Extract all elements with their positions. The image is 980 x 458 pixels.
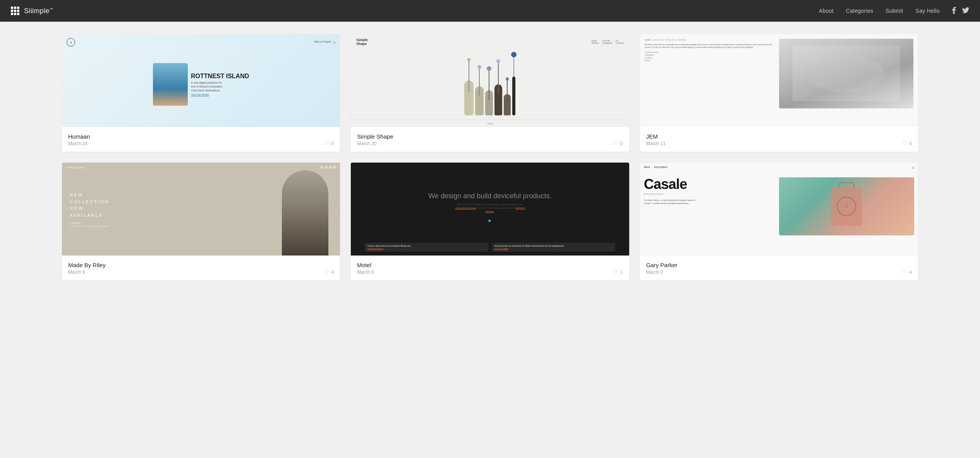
thumbnail-motel: We design and build deviceful products. … (351, 163, 629, 256)
mbr-next-arrow[interactable]: › (335, 206, 337, 212)
card-likes[interactable]: ♡ 4 (324, 269, 334, 275)
logo-dot (17, 10, 19, 12)
heart-icon: ♡ (324, 269, 329, 275)
card-date: March 9 (68, 269, 106, 275)
card-info-humaan: Humaan March 24 ♡ 0 (62, 127, 340, 152)
card-info-gary-parker: Gary Parker March 3 ♡ 4 (640, 256, 918, 280)
jem-image (779, 39, 913, 108)
card-meta: Gary Parker March 3 (646, 262, 678, 275)
portfolio-grid: ⊕ Start a Project ≡ ROTTNEST ISLAND A ne… (62, 34, 918, 280)
gp-logo-area: Casale Brand Identity Website I'm Garry … (644, 166, 779, 252)
gp-nav-links: Work Information (644, 166, 668, 170)
site-header: Siiimple™ About Categories Submit Say He… (0, 0, 980, 22)
logo-dot (11, 7, 13, 9)
card-likes[interactable]: ♡ 0 (613, 140, 623, 146)
logo-dot (14, 7, 16, 9)
mbr-shop: / SHOP / (70, 221, 109, 226)
likes-count: 4 (909, 141, 912, 146)
card-meta: Simple Shape March 20 (357, 133, 393, 146)
heart-icon: ♡ (613, 269, 618, 275)
card-meta: Made By Riley March 9 (68, 262, 106, 275)
card-date: March 24 (68, 141, 90, 146)
motel-subtext: We use a mix of design and engineering t… (455, 203, 525, 213)
thumbnail-simple-shape: Simple Shape ShopMakers JournalInstagram… (351, 34, 629, 127)
mbr-nav: ≡ made by riley (62, 166, 340, 169)
logo-dot (17, 7, 19, 9)
card-title: Gary Parker (646, 262, 678, 268)
mbr-prev-arrow[interactable]: ‹ (65, 206, 67, 212)
card-info-motel: Motel March 6 ♡ 1 (351, 256, 629, 280)
thumbnail-made-by-riley: ≡ made by riley NEW COLLECTION NOW AVAIL… (62, 163, 340, 256)
gp-image-area: ✦ (779, 166, 914, 252)
logo-dot (14, 10, 16, 12)
mbr-overlay-text: NEW COLLECTION NOW AVAILABLE / SHOP / (70, 192, 109, 226)
motel-popups: Curious about what we do exactly? We got… (365, 243, 615, 252)
gp-description: I'm Garry Parker, a multi-disciplinary d… (644, 199, 698, 205)
card-likes[interactable]: ♡ 1 (613, 269, 623, 275)
thumbnail-gary-parker: Work Information ≡ Casale Brand Identity… (640, 163, 918, 256)
thumbnail-humaan: ⊕ Start a Project ≡ ROTTNEST ISLAND A ne… (62, 34, 340, 127)
jem-left: J E M JEWELLERY ETHICALLY MINDED We beli… (645, 39, 779, 62)
card-motel[interactable]: We design and build deviceful products. … (351, 163, 629, 280)
humaan-logo: ⊕ (67, 38, 75, 46)
mbr-logo: ≡ made by riley (66, 166, 84, 169)
card-title: Humaan (68, 133, 90, 140)
card-humaan[interactable]: ⊕ Start a Project ≡ ROTTNEST ISLAND A ne… (62, 34, 340, 152)
card-title: JEM (646, 133, 666, 140)
ss-vases (464, 53, 515, 115)
popup2-link[interactable]: Look at it in detail: (494, 248, 612, 250)
twitter-icon[interactable] (962, 7, 969, 14)
likes-count: 0 (620, 141, 623, 146)
mbr-available: AVAILABLE (70, 212, 109, 219)
social-links (952, 7, 969, 15)
card-gary-parker[interactable]: Work Information ≡ Casale Brand Identity… (640, 163, 918, 280)
humaan-nav: ⊕ Start a Project ≡ (62, 38, 340, 46)
header-logo-area: Siiimple™ (11, 7, 53, 15)
card-title: Made By Riley (68, 262, 106, 268)
motel-headline: We design and build deviceful products. (429, 192, 552, 201)
card-simple-shape[interactable]: Simple Shape ShopMakers JournalInstagram… (351, 34, 629, 152)
nav-submit[interactable]: Submit (886, 8, 903, 14)
logo-dot (11, 10, 13, 12)
ss-bottom-bar: Shop (351, 120, 629, 127)
card-jem[interactable]: J E M JEWELLERY ETHICALLY MINDED We beli… (640, 34, 918, 152)
card-date: March 6 (357, 269, 374, 275)
nav-categories[interactable]: Categories (846, 8, 874, 14)
likes-count: 4 (331, 269, 334, 275)
nav-about[interactable]: About (819, 8, 834, 14)
card-meta: Motel March 6 (357, 262, 374, 275)
humaan-nav-links: Start a Project ≡ (314, 40, 335, 45)
card-info-made-by-riley: Made By Riley March 9 ♡ 4 (62, 256, 340, 280)
logo-dot (17, 13, 19, 15)
card-date: March 3 (646, 269, 678, 275)
mbr-model (282, 170, 328, 256)
humaan-people-image (153, 63, 188, 106)
ss-logo: Simple Shape (356, 38, 368, 46)
heart-icon: ♡ (324, 140, 329, 146)
ss-nav: Simple Shape ShopMakers JournalInstagram… (351, 38, 629, 46)
gp-sub: Brand Identity Website (644, 193, 779, 196)
card-info-jem: JEM March 11 ♡ 4 (640, 127, 918, 152)
facebook-icon[interactable] (952, 7, 956, 15)
motel-popup-1: Curious about what we do exactly? We got… (365, 243, 488, 252)
humaan-island-title: ROTTNEST ISLAND (191, 73, 249, 80)
popup1-link[interactable]: Learn more about us (367, 248, 486, 250)
card-likes[interactable]: ♡ 4 (902, 269, 912, 275)
card-meta: JEM March 11 (646, 133, 666, 146)
logo-grid-icon (11, 7, 19, 15)
likes-count: 1 (620, 269, 623, 275)
logo-dot (14, 13, 16, 15)
nav-say-hello[interactable]: Say Hello (916, 8, 940, 14)
main-nav: About Categories Submit Say Hello (819, 7, 969, 15)
popup1-title: Curious about what we do exactly? We got… (367, 245, 486, 247)
card-made-by-riley[interactable]: ≡ made by riley NEW COLLECTION NOW AVAIL… (62, 163, 340, 280)
jem-caption: The Mineral ArkCollectionsJewelleryAbout (645, 51, 776, 62)
humaan-text-block: ROTTNEST ISLAND A new digital presence f… (191, 73, 249, 96)
likes-count: 4 (909, 269, 912, 275)
site-title: Siiimple™ (24, 7, 53, 15)
card-likes[interactable]: ♡ 0 (324, 140, 334, 146)
card-likes[interactable]: ♡ 4 (902, 140, 912, 146)
jem-body: We believe doing ethical is sustainable … (645, 43, 776, 49)
humaan-link: You Can Reply (191, 93, 249, 96)
likes-count: 0 (331, 141, 334, 146)
